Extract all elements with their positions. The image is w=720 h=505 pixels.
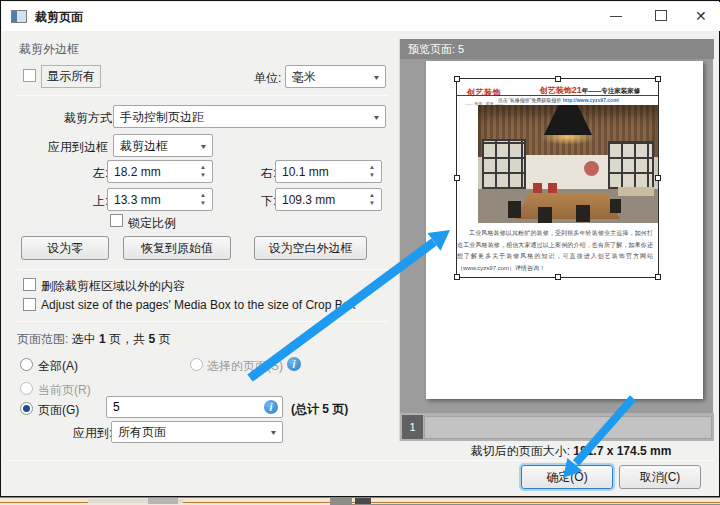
bottom-margin-value: 109.3 mm [282,193,335,207]
crop-pages-icon [11,10,27,23]
spinner-arrows-icon[interactable]: ▲▼ [198,191,208,207]
selected-pages-label: 选择的页面(S) [207,358,283,375]
crop-handle[interactable] [454,76,460,82]
spinner-arrows-icon[interactable]: ▲▼ [198,163,208,179]
close-button[interactable]: ✕ [695,8,707,24]
cancel-button[interactable]: 取消(C) [619,465,701,489]
ok-button[interactable]: 确定(O) [521,465,613,489]
crop-method-label: 裁剪方式 [64,110,112,127]
apply-to-box-select[interactable]: 裁剪边框 ▼ [113,134,213,157]
set-blank-margins-button[interactable]: 设为空白外边框 [254,236,367,260]
crop-handle[interactable] [655,274,661,280]
page-range-title: 页面范围: 选中 1 页，共 5 页 [17,331,170,348]
pages-total-label: (总计 5 页) [291,401,348,418]
range-info: 选中 [68,332,99,346]
show-all-checkbox[interactable] [23,69,36,82]
chevron-down-icon: ▼ [372,113,380,120]
show-all-label[interactable]: 显示所有 [41,65,101,88]
left-margin-value: 18.2 mm [114,165,161,179]
apply-to-box-value: 裁剪边框 [120,137,168,154]
all-pages-label[interactable]: 全部(A) [38,358,78,375]
thumbnail-strip[interactable]: 1 [400,413,714,441]
minimize-button[interactable] [610,16,622,17]
crop-handle[interactable] [454,274,460,280]
chevron-down-icon: ▼ [372,73,380,80]
info-icon[interactable]: i [264,400,278,414]
screen: 裁剪页面 ✕ 裁剪外边框 显示所有 单位: 毫米 ▼ 裁剪方式 手动控制页边距 … [0,0,720,505]
background-app-sliver [0,497,720,505]
current-page-radio [20,382,33,395]
thumbnail-track[interactable] [424,416,712,439]
separator [15,95,389,96]
apply-to-value: 所有页面 [118,424,166,441]
background-app-fragment [148,498,178,504]
crop-handle[interactable] [454,175,460,181]
crop-handle[interactable] [555,274,561,280]
apply-to-box-label: 应用到边框 [48,139,108,156]
chevron-down-icon: ▼ [269,429,277,436]
chevron-down-icon: ▼ [199,142,207,149]
unit-value: 毫米 [292,68,316,85]
page-range-title-text: 页面范围: [17,332,68,346]
remove-outside-label: 删除裁剪框区域以外的内容 [41,278,185,295]
spinner-arrows-icon[interactable]: ▲▼ [367,163,377,179]
thumbnail-page-1[interactable]: 1 [402,415,423,439]
lock-ratio-checkbox[interactable] [110,214,123,227]
top-margin-value: 13.3 mm [114,193,161,207]
range-info: 页 [155,332,170,346]
unit-label: 单位: [254,70,281,87]
crop-handle[interactable] [555,76,561,82]
crop-method-select[interactable]: 手动控制页边距 ▼ [113,105,386,128]
crop-handle[interactable] [655,175,661,181]
separator [7,460,715,461]
apply-to-select[interactable]: 所有页面 ▼ [111,421,283,443]
set-zero-button[interactable]: 设为零 [21,236,109,260]
range-selected-count: 1 [99,332,106,346]
range-info: 页，共 [106,332,149,346]
current-page-label: 当前页(R) [38,382,91,399]
right-margin-value: 10.1 mm [282,165,329,179]
remove-outside-checkbox[interactable] [23,278,36,291]
top-margin-spinner[interactable]: 13.3 mm ▲▼ [107,188,213,211]
adjust-mediabox-checkbox[interactable] [23,298,36,311]
bottom-margin-spinner[interactable]: 109.3 mm ▲▼ [275,188,382,211]
apply-to-label: 应用到: [73,425,112,442]
pages-input[interactable] [106,396,283,418]
crop-handle[interactable] [655,76,661,82]
lock-ratio-label: 锁定比例 [128,215,176,232]
pages-radio[interactable] [20,402,33,415]
unit-select[interactable]: 毫米 ▼ [285,65,386,88]
all-pages-radio[interactable] [20,358,33,371]
crop-pages-dialog: 裁剪页面 ✕ 裁剪外边框 显示所有 单位: 毫米 ▼ 裁剪方式 手动控制页边距 … [0,0,720,497]
preview-header: 预览页面: 5 [400,39,714,59]
crop-method-value: 手动控制页边距 [120,108,204,125]
window-title: 裁剪页面 [35,9,83,26]
left-margin-spinner[interactable]: 18.2 mm ▲▼ [107,160,213,183]
right-margin-spinner[interactable]: 10.1 mm ▲▼ [275,160,382,183]
cropped-size-status: 裁切后的页面大小: 181.7 x 174.5 mm [421,443,720,460]
separator [15,269,389,270]
maximize-button[interactable] [655,10,667,21]
info-icon[interactable]: i [287,357,301,371]
pages-radio-label[interactable]: 页面(G) [38,402,79,419]
cropped-size-value: 181.7 x 174.5 mm [573,444,671,458]
crop-region[interactable] [456,78,659,278]
separator [15,321,389,322]
spinner-arrows-icon[interactable]: ▲▼ [367,191,377,207]
cropped-size-label: 裁切后的页面大小: [471,444,574,458]
title-bar[interactable]: 裁剪页面 ✕ [2,2,720,31]
restore-original-button[interactable]: 恢复到原始值 [123,236,231,260]
selected-pages-radio [190,358,203,371]
adjust-mediabox-label: Adjust size of the pages' Media Box to t… [41,298,355,312]
crop-group-title: 裁剪外边框 [19,41,79,58]
